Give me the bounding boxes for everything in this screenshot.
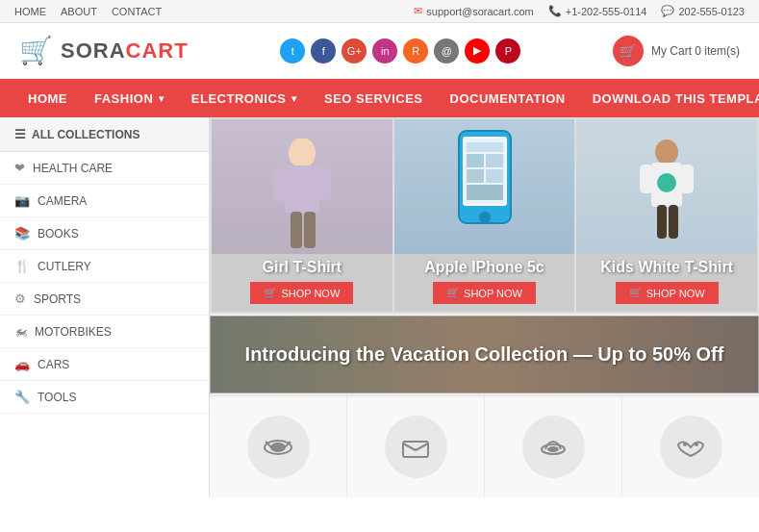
svg-rect-5	[304, 212, 316, 248]
cat-icon-2	[385, 416, 447, 478]
header: 🛒 SORACART t f G+ in R @ ▶ P 🛒 My Cart 0…	[0, 23, 759, 79]
cat-icon-svg-2	[401, 437, 430, 458]
main-nav: HOME FASHION ELECTRONICS SEO SERVICES DO…	[0, 79, 759, 117]
nav-electronics[interactable]: ELECTRONICS	[178, 80, 311, 117]
sidebar-item-sports[interactable]: ⚙ SPORTS	[0, 283, 209, 316]
cat-icon-svg-1	[264, 437, 292, 458]
hero-card-girl-tshirt: Girl T-Shirt 🛒 SHOP NOW	[212, 119, 392, 312]
girl-svg	[264, 139, 341, 254]
sidebar: ALL COLLECTIONS ❤ HEALTH CARE 📷 CAMERA 📚…	[0, 117, 210, 497]
sports-icon: ⚙	[14, 291, 26, 306]
hero-info-3: Kids White T-Shirt 🛒 SHOP NOW	[576, 251, 757, 312]
sidebar-item-tools[interactable]: 🔧 TOOLS	[0, 381, 209, 414]
logo[interactable]: 🛒 SORACART	[19, 35, 189, 66]
topbar-about-link[interactable]: ABOUT	[61, 6, 97, 17]
shop-now-btn-2[interactable]: 🛒 SHOP NOW	[433, 282, 536, 304]
bottom-cat-1[interactable]	[210, 396, 347, 497]
phone-icon: 📞	[548, 5, 562, 17]
google-icon[interactable]: G+	[342, 38, 367, 63]
email-contact: ✉ support@soracart.com	[414, 5, 533, 17]
whatsapp-contact: 💬 202-555-0123	[661, 5, 745, 17]
shop-now-btn-3[interactable]: 🛒 SHOP NOW	[616, 282, 719, 304]
girl-figure	[212, 119, 392, 254]
bottom-cats	[210, 395, 759, 497]
rss-icon[interactable]: R	[403, 38, 428, 63]
bottom-cat-3[interactable]	[485, 396, 622, 497]
cars-icon: 🚗	[14, 357, 30, 371]
nav-download[interactable]: DOWNLOAD THIS TEMPLATE	[579, 80, 759, 117]
hero-title-1: Girl T-Shirt	[219, 259, 385, 276]
nav-seo[interactable]: SEO SERVICES	[311, 80, 437, 117]
kid-figure	[576, 119, 757, 254]
nav-fashion[interactable]: FASHION	[81, 80, 178, 117]
svg-point-29	[547, 446, 559, 452]
phone-contact: 📞 +1-202-555-0114	[548, 5, 647, 17]
svg-rect-22	[669, 205, 678, 239]
cart-label: My Cart 0 item(s)	[651, 44, 740, 58]
sidebar-item-cars[interactable]: 🚗 CARS	[0, 348, 209, 381]
svg-rect-15	[467, 185, 503, 200]
svg-rect-12	[486, 154, 503, 167]
main-content: ALL COLLECTIONS ❤ HEALTH CARE 📷 CAMERA 📚…	[0, 117, 759, 497]
top-bar: HOME ABOUT CONTACT ✉ support@soracart.co…	[0, 0, 759, 23]
bottom-cat-4[interactable]	[622, 396, 759, 497]
phone-svg	[451, 129, 519, 244]
hero-card-kids-tshirt: Kids White T-Shirt 🛒 SHOP NOW	[576, 119, 757, 312]
shop-now-btn-1[interactable]: 🛒 SHOP NOW	[250, 282, 353, 304]
svg-point-20	[657, 173, 676, 192]
sidebar-item-healthcare[interactable]: ❤ HEALTH CARE	[0, 152, 209, 185]
svg-rect-3	[316, 167, 331, 201]
sidebar-item-camera[interactable]: 📷 CAMERA	[0, 185, 209, 217]
cart-btn-icon-2: 🛒	[446, 287, 460, 299]
twitter-icon[interactable]: t	[280, 38, 305, 63]
sidebar-item-cutlery[interactable]: 🍴 CUTLERY	[0, 250, 209, 283]
bottom-cat-2[interactable]	[347, 396, 485, 497]
cat-icon-1	[247, 416, 310, 478]
svg-point-24	[270, 443, 286, 452]
hero-card-iphone: Apple IPhone 5c 🛒 SHOP NOW	[394, 119, 575, 312]
cat-icon-svg-3	[539, 437, 568, 458]
logo-text: SORACART	[61, 38, 189, 63]
svg-point-30	[683, 443, 687, 446]
facebook-icon[interactable]: f	[311, 38, 336, 63]
nav-home[interactable]: HOME	[14, 80, 81, 117]
cat-icon-svg-4	[676, 437, 705, 458]
cart-icon: 🛒	[613, 36, 644, 66]
topbar-contact-link[interactable]: CONTACT	[112, 6, 162, 17]
youtube-icon[interactable]: ▶	[465, 38, 490, 63]
cutlery-icon: 🍴	[14, 259, 30, 273]
cat-icon-3	[522, 416, 585, 478]
books-icon: 📚	[14, 226, 30, 241]
nav-documentation[interactable]: DOCUMENTATION	[437, 80, 579, 117]
email-icon[interactable]: @	[434, 38, 459, 63]
logo-sora: SORA	[61, 38, 126, 63]
instagram-icon[interactable]: in	[372, 38, 397, 63]
svg-rect-18	[640, 165, 653, 193]
pinterest-icon[interactable]: P	[495, 38, 520, 63]
sidebar-item-motorbikes[interactable]: 🏍 MOTORBIKES	[0, 316, 209, 348]
vacation-banner[interactable]: Introducing the Vacation Collection — Up…	[210, 316, 759, 393]
cat-icon-4	[660, 416, 722, 478]
svg-rect-1	[285, 165, 319, 214]
tools-icon: 🔧	[14, 390, 30, 404]
top-bar-contact: ✉ support@soracart.com 📞 +1-202-555-0114…	[414, 5, 745, 17]
svg-rect-19	[680, 165, 694, 193]
sidebar-header: ALL COLLECTIONS	[0, 117, 209, 152]
cart-logo-icon: 🛒	[19, 35, 53, 66]
social-icons: t f G+ in R @ ▶ P	[280, 38, 520, 63]
mail-icon: ✉	[414, 5, 422, 17]
cart-section[interactable]: 🛒 My Cart 0 item(s)	[613, 36, 740, 66]
logo-cart: CART	[126, 38, 189, 63]
svg-rect-11	[467, 154, 484, 167]
vacation-text: Introducing the Vacation Collection — Up…	[230, 343, 739, 366]
hero-info-1: Girl T-Shirt 🛒 SHOP NOW	[212, 251, 392, 312]
sidebar-item-books[interactable]: 📚 BOOKS	[0, 217, 209, 250]
svg-rect-10	[467, 142, 503, 152]
kid-svg	[628, 139, 705, 254]
top-bar-nav: HOME ABOUT CONTACT	[14, 6, 162, 17]
right-content: Girl T-Shirt 🛒 SHOP NOW	[210, 117, 759, 497]
topbar-home-link[interactable]: HOME	[14, 6, 46, 17]
svg-rect-2	[273, 167, 288, 201]
hero-title-2: Apple IPhone 5c	[402, 259, 568, 276]
svg-rect-21	[657, 205, 667, 239]
